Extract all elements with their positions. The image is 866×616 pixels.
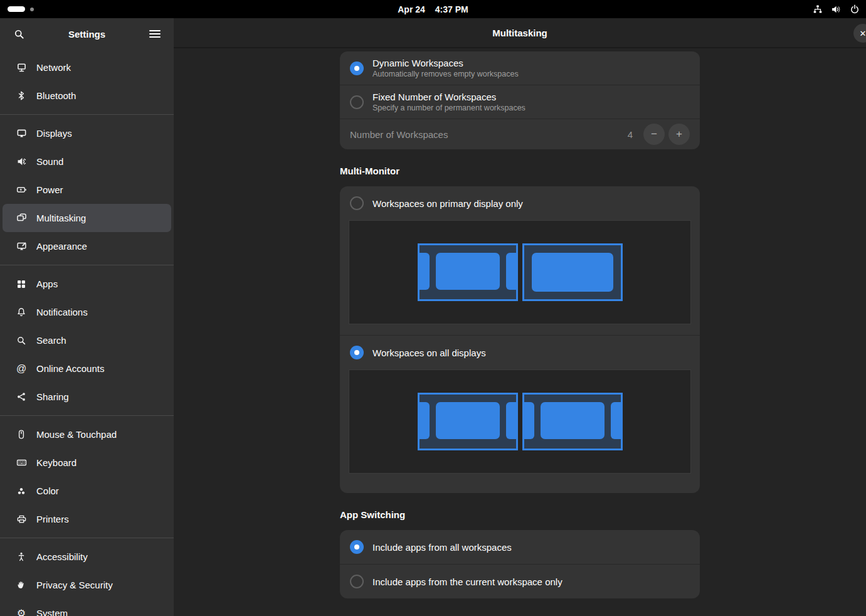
sidebar-item-mouse-touchpad[interactable]: Mouse & Touchpad <box>3 420 171 449</box>
sidebar-item-keyboard[interactable]: Keyboard <box>3 449 171 477</box>
option-label: Include apps from all workspaces <box>372 542 512 553</box>
sound-icon <box>16 156 27 167</box>
mouse-icon <box>16 429 27 440</box>
increase-workspaces-button[interactable]: + <box>668 124 690 145</box>
sidebar-item-label: Notifications <box>36 307 88 317</box>
row-subtitle: Specify a number of permanent workspaces <box>372 104 690 112</box>
sidebar-item-displays[interactable]: Displays <box>3 119 171 147</box>
sidebar-divider <box>0 114 174 115</box>
sidebar-item-multitasking[interactable]: Multitasking <box>3 204 171 232</box>
sidebar-item-label: Appearance <box>36 241 87 252</box>
hand-icon <box>16 580 27 591</box>
minus-icon: − <box>651 128 657 141</box>
sidebar-title: Settings <box>28 29 146 40</box>
power-icon <box>850 4 860 14</box>
system-tray[interactable] <box>813 0 860 18</box>
sidebar-item-apps[interactable]: Apps <box>3 270 171 298</box>
sidebar-item-label: Multitasking <box>36 213 86 223</box>
all-displays-illustration <box>349 369 691 474</box>
sidebar-item-label: Mouse & Touchpad <box>36 429 117 440</box>
page-title: Multitasking <box>492 28 547 38</box>
network-icon <box>16 62 27 73</box>
sidebar-item-sound[interactable]: Sound <box>3 147 171 176</box>
sidebar-item-label: Power <box>36 184 63 195</box>
hamburger-menu-icon[interactable] <box>146 25 164 43</box>
scroll-content[interactable]: Dynamic Workspaces Automatically removes… <box>174 48 866 616</box>
apps-grid-icon <box>16 279 27 290</box>
printer-icon <box>16 514 27 525</box>
clock-menu[interactable]: Apr 24 4:37 PM <box>398 4 468 14</box>
displays-icon <box>16 128 27 139</box>
search-icon[interactable] <box>10 25 28 43</box>
sidebar-divider <box>0 415 174 416</box>
multitasking-icon <box>16 213 27 224</box>
sidebar-item-system[interactable]: ⚙ System <box>3 599 171 616</box>
main-header: Multitasking ✕ <box>174 18 866 48</box>
at-sign-icon: @ <box>16 363 27 374</box>
power-battery-icon <box>16 184 27 196</box>
app-switching-heading: App Switching <box>340 509 700 520</box>
sidebar-item-label: Online Accounts <box>36 363 104 374</box>
monitor-with-workspaces <box>418 393 518 450</box>
sidebar-item-appearance[interactable]: Appearance <box>3 232 171 260</box>
plus-icon: + <box>676 128 682 141</box>
sidebar-item-printers[interactable]: Printers <box>3 505 171 533</box>
radio-workspaces-all-displays[interactable] <box>350 346 364 359</box>
sidebar-item-privacy-security[interactable]: Privacy & Security <box>3 571 171 599</box>
accessibility-icon <box>16 551 27 563</box>
workspaces-primary-only-row[interactable]: Workspaces on primary display only <box>340 186 700 220</box>
date-label: Apr 24 <box>398 4 425 14</box>
option-label: Workspaces on primary display only <box>372 198 523 209</box>
radio-include-current-workspace[interactable] <box>350 575 364 588</box>
bell-icon <box>16 307 27 318</box>
workspaces-all-displays-row[interactable]: Workspaces on all displays <box>340 336 700 369</box>
close-window-button[interactable]: ✕ <box>853 24 866 43</box>
sidebar-item-label: Keyboard <box>36 457 77 468</box>
sidebar-item-label: Bluetooth <box>36 90 76 101</box>
workspaces-count-value: 4 <box>628 129 633 140</box>
sidebar-divider <box>0 265 174 265</box>
time-label: 4:37 PM <box>435 4 468 14</box>
monitor-with-workspaces <box>418 243 518 301</box>
sidebar-item-sharing[interactable]: Sharing <box>3 383 171 411</box>
sidebar-nav: Network Bluetooth Displays Sound Power <box>0 50 174 616</box>
sidebar-item-accessibility[interactable]: Accessibility <box>3 543 171 571</box>
sidebar-item-network[interactable]: Network <box>3 53 171 82</box>
network-wired-icon <box>813 4 823 14</box>
radio-fixed-workspaces[interactable] <box>350 95 364 109</box>
decrease-workspaces-button[interactable]: − <box>643 124 665 145</box>
keyboard-icon <box>16 457 27 469</box>
option-label: Workspaces on all displays <box>372 348 486 358</box>
settings-sidebar: Settings Network Bluetooth Displays Soun <box>0 18 174 616</box>
fixed-workspaces-row[interactable]: Fixed Number of Workspaces Specify a num… <box>340 85 700 119</box>
primary-only-illustration <box>349 220 691 324</box>
radio-dynamic-workspaces[interactable] <box>350 61 364 75</box>
spin-label: Number of Workspaces <box>350 129 628 140</box>
workspace-dot <box>30 8 34 11</box>
workspace-indicator[interactable] <box>8 6 34 12</box>
radio-include-all-workspaces[interactable] <box>350 540 364 554</box>
sidebar-item-label: System <box>36 608 68 616</box>
share-icon <box>16 391 27 403</box>
option-label: Include apps from the current workspace … <box>372 576 562 587</box>
search-icon <box>16 335 27 346</box>
sidebar-item-online-accounts[interactable]: @ Online Accounts <box>3 354 171 383</box>
dynamic-workspaces-row[interactable]: Dynamic Workspaces Automatically removes… <box>340 51 700 85</box>
row-subtitle: Automatically removes empty workspaces <box>372 70 690 78</box>
multi-monitor-card: Workspaces on primary display only <box>340 186 700 493</box>
sidebar-item-power[interactable]: Power <box>3 176 171 204</box>
sidebar-item-label: Printers <box>36 514 69 524</box>
sidebar-item-search[interactable]: Search <box>3 326 171 354</box>
sidebar-item-color[interactable]: Color <box>3 477 171 505</box>
radio-workspaces-primary-only[interactable] <box>350 196 364 210</box>
bluetooth-icon <box>16 90 27 102</box>
sidebar-item-label: Privacy & Security <box>36 580 113 590</box>
include-all-workspaces-row[interactable]: Include apps from all workspaces <box>340 530 700 564</box>
sidebar-item-label: Search <box>36 335 66 346</box>
row-title: Dynamic Workspaces <box>372 58 690 68</box>
system-top-bar: Apr 24 4:37 PM <box>0 0 866 18</box>
include-current-workspace-row[interactable]: Include apps from the current workspace … <box>340 565 700 598</box>
close-icon: ✕ <box>860 29 866 38</box>
sidebar-item-notifications[interactable]: Notifications <box>3 298 171 326</box>
sidebar-item-bluetooth[interactable]: Bluetooth <box>3 82 171 110</box>
